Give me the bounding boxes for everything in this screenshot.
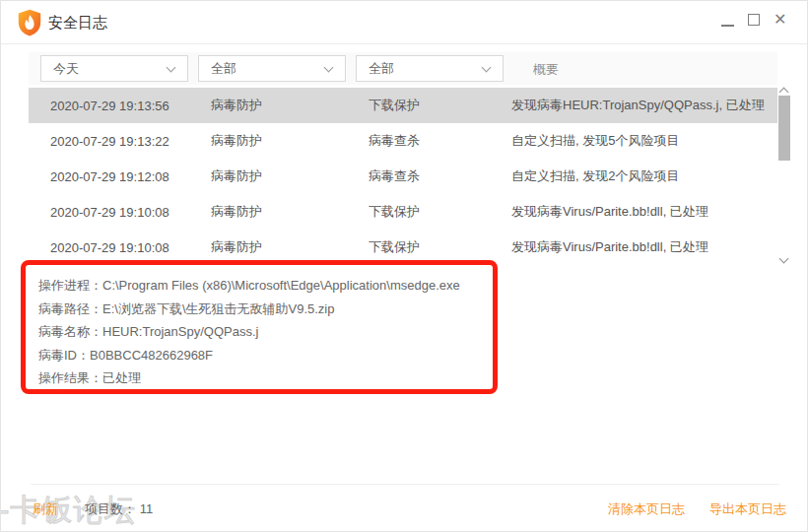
- log-time-cell: 2020-07-29 19:13:22: [29, 134, 211, 149]
- detail-line: 病毒ID：B0BBCC482662968F: [38, 344, 460, 367]
- security-log-window: { "window": { "title": "安全日志", "icons": …: [0, 0, 808, 532]
- log-subcategory-cell: 下载保护: [369, 238, 511, 256]
- log-category-cell: 病毒防护: [211, 203, 369, 221]
- log-time-cell: 2020-07-29 19:13:56: [29, 99, 211, 113]
- detail-line: 操作进程：C:\Program Files (x86)\Microsoft\Ed…: [38, 274, 460, 298]
- footer-divider: [31, 484, 779, 485]
- maximize-icon: [748, 14, 760, 26]
- minimize-button[interactable]: [714, 1, 740, 40]
- log-summary-cell: 自定义扫描, 发现2个风险项目: [511, 167, 777, 185]
- item-count: 项目数： 11: [85, 500, 153, 518]
- log-subcategory-cell: 病毒查杀: [369, 132, 511, 150]
- detail-label: 操作进程：: [38, 278, 102, 293]
- detail-label: 病毒ID：: [38, 348, 90, 363]
- title-bar: 安全日志 ✕: [1, 1, 807, 44]
- table-row[interactable]: 2020-07-29 19:13:22 病毒防护 病毒查杀 自定义扫描, 发现5…: [29, 123, 777, 159]
- detail-label: 病毒路径：: [38, 301, 102, 316]
- log-category-cell: 病毒防护: [211, 238, 369, 256]
- detail-label: 病毒名称：: [38, 324, 102, 339]
- detail-value: 已处理: [102, 370, 141, 385]
- detail-value: HEUR:TrojanSpy/QQPass.j: [102, 324, 258, 339]
- detail-line: 病毒名称：HEUR:TrojanSpy/QQPass.j: [38, 320, 460, 344]
- subcategory-value: 全部: [369, 61, 394, 76]
- log-subcategory-cell: 下载保护: [369, 203, 511, 221]
- log-subcategory-cell: 病毒查杀: [369, 167, 511, 185]
- category-select[interactable]: 全部: [198, 55, 346, 82]
- scrollbar-thumb[interactable]: [778, 96, 790, 161]
- window-title: 安全日志: [48, 14, 107, 33]
- clear-page-log-link[interactable]: 清除本页日志: [608, 500, 685, 518]
- chevron-down-icon: [167, 63, 176, 73]
- close-icon: ✕: [774, 11, 786, 29]
- chevron-down-icon: [324, 63, 334, 73]
- table-row[interactable]: 2020-07-29 19:10:08 病毒防护 下载保护 发现病毒Virus/…: [29, 230, 777, 265]
- maximize-button[interactable]: [741, 1, 767, 40]
- log-time-cell: 2020-07-29 19:10:08: [29, 240, 211, 255]
- chevron-down-icon: [482, 63, 492, 73]
- list-scrollbar: [777, 86, 791, 265]
- log-time-cell: 2020-07-29 19:10:08: [29, 205, 211, 220]
- refresh-link[interactable]: 刷新: [33, 500, 58, 518]
- detail-line: 操作结果：已处理: [38, 366, 460, 390]
- detail-value: C:\Program Files (x86)\Microsoft\Edge\Ap…: [102, 278, 460, 293]
- subcategory-select[interactable]: 全部: [356, 55, 504, 82]
- log-category-cell: 病毒防护: [211, 132, 369, 150]
- log-category-cell: 病毒防护: [211, 97, 369, 114]
- log-category-cell: 病毒防护: [211, 167, 369, 185]
- log-detail-panel: 操作进程：C:\Program Files (x86)\Microsoft\Ed…: [38, 274, 460, 390]
- log-time-cell: 2020-07-29 19:12:08: [29, 169, 211, 184]
- summary-column-header: 概要: [533, 61, 559, 79]
- date-range-value: 今天: [53, 61, 79, 76]
- table-row[interactable]: 2020-07-29 19:12:08 病毒防护 病毒查杀 自定义扫描, 发现2…: [29, 159, 777, 194]
- log-table: 2020-07-29 19:13:56 病毒防护 下载保护 发现病毒HEUR:T…: [29, 88, 777, 265]
- item-count-label: 项目数：: [85, 501, 136, 516]
- detail-value: B0BBCC482662968F: [90, 348, 213, 363]
- detail-line: 病毒路径：E:\浏览器下载\生死狙击无敌辅助V9.5.zip: [38, 298, 460, 321]
- detail-label: 操作结果：: [38, 370, 102, 385]
- date-range-select[interactable]: 今天: [40, 55, 188, 82]
- log-summary-cell: 发现病毒Virus/Parite.bb!dll, 已处理: [511, 238, 777, 256]
- log-summary-cell: 发现病毒Virus/Parite.bb!dll, 已处理: [511, 203, 777, 221]
- log-summary-cell: 发现病毒HEUR:TrojanSpy/QQPass.j, 已处理: [511, 97, 777, 114]
- item-count-value: 11: [140, 501, 154, 516]
- log-subcategory-cell: 下载保护: [369, 97, 511, 114]
- log-summary-cell: 自定义扫描, 发现5个风险项目: [511, 132, 777, 150]
- export-page-log-link[interactable]: 导出本页日志: [709, 500, 786, 518]
- close-button[interactable]: ✕: [769, 1, 794, 40]
- category-value: 全部: [211, 61, 236, 76]
- scroll-down-icon[interactable]: [779, 254, 789, 264]
- table-row[interactable]: 2020-07-29 19:13:56 病毒防护 下载保护 发现病毒HEUR:T…: [29, 88, 777, 123]
- table-row[interactable]: 2020-07-29 19:10:08 病毒防护 下载保护 发现病毒Virus/…: [29, 194, 777, 230]
- detail-value: E:\浏览器下载\生死狙击无敌辅助V9.5.zip: [102, 301, 334, 316]
- shield-flame-icon: [17, 9, 42, 36]
- minimize-icon: [721, 25, 734, 27]
